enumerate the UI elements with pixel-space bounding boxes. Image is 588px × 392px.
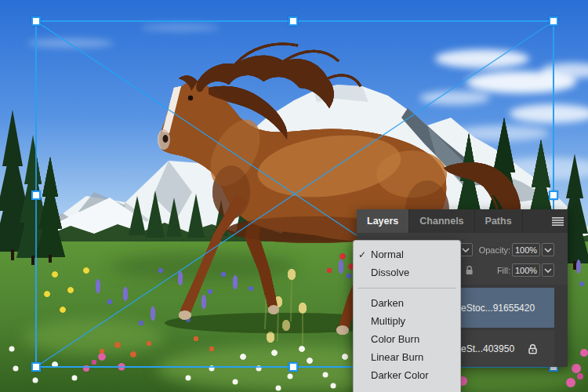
opacity-dropdown-button[interactable] [542, 243, 554, 256]
chevron-down-icon [544, 248, 552, 252]
tab-channels[interactable]: Channels [409, 209, 474, 233]
fill-label: Fill: [487, 266, 510, 275]
transform-handle-middle-right[interactable] [549, 191, 558, 200]
layer-name: eSt...403950 [461, 343, 514, 354]
transform-handle-bottom-left[interactable] [31, 362, 41, 372]
menu-item-label: Color Burn [371, 333, 419, 345]
panel-menu-icon[interactable] [552, 217, 564, 226]
tab-label: Paths [485, 216, 512, 227]
checkmark-icon: ✓ [358, 249, 366, 260]
menu-item-dissolve[interactable]: Dissolve [354, 263, 460, 281]
transform-handle-middle-left[interactable] [31, 191, 41, 200]
menu-item-label: Darker Color [371, 369, 429, 381]
opacity-value[interactable]: 100% [512, 243, 540, 256]
menu-item-darken[interactable]: Darken [354, 294, 460, 312]
chevron-down-icon [544, 268, 552, 273]
menu-item-normal[interactable]: ✓ Normal [354, 245, 460, 263]
tab-label: Layers [367, 216, 398, 227]
lock-icon[interactable] [528, 343, 538, 354]
opacity-label: Opacity: [475, 245, 510, 255]
tab-paths[interactable]: Paths [475, 209, 523, 233]
menu-item-color-burn[interactable]: Color Burn [354, 330, 460, 348]
transform-handle-top-left[interactable] [31, 16, 41, 26]
blend-mode-menu: ✓ Normal Dissolve Darken Multiply Color … [353, 240, 461, 392]
menu-item-label: Dissolve [371, 267, 409, 278]
menu-item-linear-burn[interactable]: Linear Burn [354, 348, 460, 366]
transform-handle-top-center[interactable] [289, 16, 298, 26]
fill-value[interactable]: 100% [512, 263, 540, 277]
transform-handle-bottom-center[interactable] [289, 362, 298, 372]
layer-name: eStoc...91655420 [461, 303, 535, 314]
tab-label: Channels [419, 216, 463, 227]
menu-item-label: Darken [371, 297, 404, 309]
tab-layers[interactable]: Layers [357, 209, 409, 233]
panel-tab-bar: Layers Channels Paths [357, 209, 568, 233]
menu-item-label: Multiply [371, 315, 405, 327]
chevron-down-icon [462, 248, 470, 252]
menu-item-darker-color[interactable]: Darker Color [354, 366, 460, 384]
menu-item-label: Linear Burn [371, 351, 423, 363]
transform-handle-top-right[interactable] [549, 16, 558, 26]
menu-separator [358, 288, 456, 289]
fill-dropdown-button[interactable] [542, 263, 554, 277]
menu-item-multiply[interactable]: Multiply [354, 312, 460, 330]
menu-item-label: Normal [371, 249, 404, 260]
lock-icon[interactable] [465, 265, 474, 275]
